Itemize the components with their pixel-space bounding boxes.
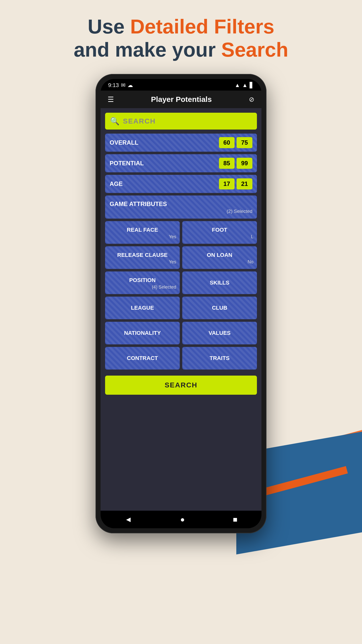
age-values: 17 21 — [219, 178, 252, 189]
club-sub — [186, 312, 253, 314]
contract-label: CONTRACT — [109, 355, 176, 361]
status-left: 9:13 ✉ ☁ — [108, 82, 133, 89]
filter-clear-icon[interactable]: ⊘ — [249, 96, 254, 103]
phone-screen: 9:13 ✉ ☁ ▲ ▲ ▋ ☰ Player Potentials ⊘ — [101, 79, 261, 528]
real-face-sub: Yes — [109, 234, 176, 241]
age-label: AGE — [110, 180, 123, 187]
game-attributes-sub: (2) Selected — [110, 209, 252, 217]
values-sub — [186, 337, 253, 339]
potential-values: 85 99 — [219, 158, 252, 169]
traits-filter[interactable]: TRAITS — [182, 347, 257, 370]
header-text-detailed-filters: Detailed Filters — [130, 15, 275, 38]
position-sub: (4) Selected — [109, 285, 176, 291]
league-filter[interactable]: LEAGUE — [105, 297, 180, 319]
release-clause-label: RELEASE CLAUSE — [109, 252, 176, 258]
skills-filter[interactable]: SKILLS — [182, 271, 257, 294]
signal-icon: ▲ — [242, 82, 248, 89]
release-clause-filter[interactable]: RELEASE CLAUSE Yes — [105, 246, 180, 269]
values-label: VALUES — [186, 330, 253, 336]
real-face-foot-row: REAL FACE Yes FOOT L — [105, 221, 257, 244]
potential-max[interactable]: 99 — [237, 158, 252, 169]
game-attributes-filter[interactable]: GAME ATTRIBUTES (2) Selected — [105, 195, 257, 219]
on-loan-sub: No — [186, 259, 253, 266]
search-placeholder: SEARCH — [123, 117, 156, 125]
on-loan-filter[interactable]: ON LOAN No — [182, 246, 257, 269]
release-clause-on-loan-row: RELEASE CLAUSE Yes ON LOAN No — [105, 246, 257, 269]
contract-filter[interactable]: CONTRACT — [105, 347, 180, 370]
contract-sub — [109, 363, 176, 364]
club-filter[interactable]: CLUB — [182, 297, 257, 319]
club-label: CLUB — [186, 305, 253, 311]
nationality-sub — [109, 337, 176, 339]
search-button[interactable]: SEARCH — [105, 376, 257, 395]
header-text-use: Use — [88, 15, 130, 38]
league-label: LEAGUE — [109, 305, 176, 311]
overall-max[interactable]: 75 — [237, 137, 252, 148]
game-attributes-label: GAME ATTRIBUTES — [110, 200, 252, 208]
nationality-values-row: NATIONALITY VALUES — [105, 322, 257, 344]
status-time: 9:13 — [108, 82, 119, 89]
traits-sub — [186, 363, 253, 364]
status-right: ▲ ▲ ▋ — [235, 82, 254, 89]
phone-device: 9:13 ✉ ☁ ▲ ▲ ▋ ☰ Player Potentials ⊘ — [96, 74, 266, 533]
header: Use Detailed Filters and make your Searc… — [74, 15, 288, 61]
skills-label: SKILLS — [186, 279, 253, 286]
release-clause-sub: Yes — [109, 259, 176, 266]
header-text-search: Search — [221, 38, 288, 61]
position-filter[interactable]: POSITION (4) Selected — [105, 271, 180, 294]
real-face-label: REAL FACE — [109, 227, 176, 233]
potential-row: POTENTIAL 85 99 — [105, 154, 257, 172]
on-loan-label: ON LOAN — [186, 252, 253, 258]
back-button[interactable]: ◄ — [125, 515, 132, 524]
position-skills-row: POSITION (4) Selected SKILLS — [105, 271, 257, 294]
nationality-filter[interactable]: NATIONALITY — [105, 322, 180, 344]
overall-label: OVERALL — [110, 139, 139, 146]
recents-button[interactable]: ■ — [233, 515, 237, 524]
traits-label: TRAITS — [186, 355, 253, 361]
app-content: 🔍 SEARCH OVERALL 60 75 — [101, 108, 261, 511]
potential-label: POTENTIAL — [110, 160, 144, 167]
overall-min[interactable]: 60 — [219, 137, 235, 148]
header-line2: and make your Search — [74, 38, 288, 61]
age-filter[interactable]: AGE 17 21 — [105, 175, 257, 193]
position-label: POSITION — [109, 277, 176, 284]
status-bar: 9:13 ✉ ☁ ▲ ▲ ▋ — [101, 79, 261, 91]
bottom-nav: ◄ ● ■ — [101, 511, 261, 528]
values-filter[interactable]: VALUES — [182, 322, 257, 344]
battery-icon: ▋ — [250, 82, 254, 89]
age-max[interactable]: 21 — [237, 178, 252, 189]
wifi-icon: ▲ — [235, 82, 240, 89]
age-min[interactable]: 17 — [219, 178, 235, 189]
foot-filter[interactable]: FOOT L — [182, 221, 257, 244]
mail-icon: ✉ — [121, 82, 125, 89]
overall-values: 60 75 — [219, 137, 252, 148]
search-icon: 🔍 — [110, 117, 119, 126]
real-face-filter[interactable]: REAL FACE Yes — [105, 221, 180, 244]
age-row: AGE 17 21 — [105, 175, 257, 193]
foot-label: FOOT — [186, 227, 253, 233]
potential-filter[interactable]: POTENTIAL 85 99 — [105, 154, 257, 172]
league-sub — [109, 312, 176, 314]
phone-outer-case: 9:13 ✉ ☁ ▲ ▲ ▋ ☰ Player Potentials ⊘ — [96, 74, 266, 533]
search-bar[interactable]: 🔍 SEARCH — [105, 113, 257, 130]
home-button[interactable]: ● — [180, 515, 185, 524]
header-text-and-make: and make your — [74, 38, 221, 61]
league-club-row: LEAGUE CLUB — [105, 297, 257, 319]
header-line1: Use Detailed Filters — [74, 15, 288, 38]
hamburger-icon[interactable]: ☰ — [108, 95, 114, 104]
nav-title: Player Potentials — [151, 95, 212, 104]
cloud-icon: ☁ — [127, 82, 133, 89]
top-nav: ☰ Player Potentials ⊘ — [101, 91, 261, 108]
contract-traits-row: CONTRACT TRAITS — [105, 347, 257, 370]
foot-sub: L — [186, 234, 253, 241]
skills-sub — [186, 287, 253, 289]
potential-min[interactable]: 85 — [219, 158, 235, 169]
overall-row: OVERALL 60 75 — [105, 134, 257, 152]
nationality-label: NATIONALITY — [109, 330, 176, 336]
overall-filter[interactable]: OVERALL 60 75 — [105, 134, 257, 152]
